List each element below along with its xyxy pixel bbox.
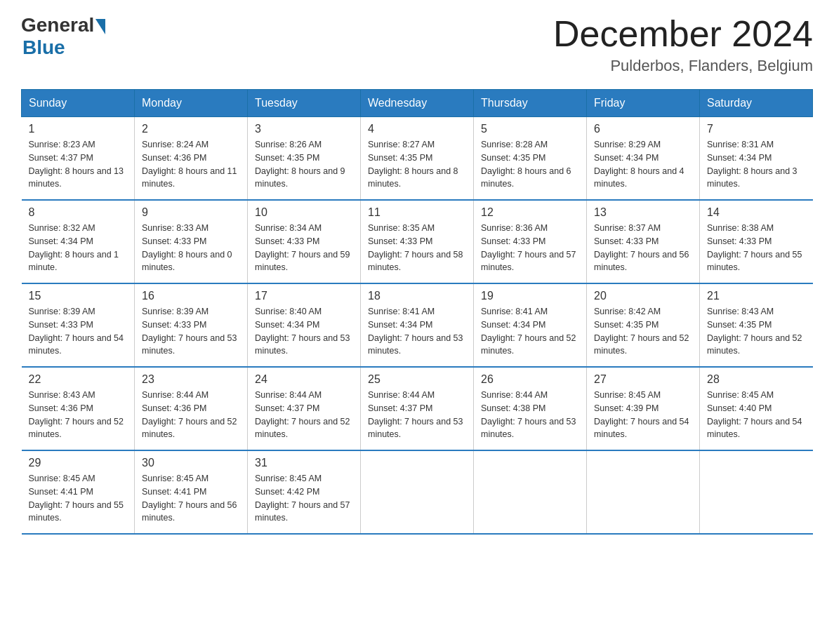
day-number: 4 xyxy=(368,123,466,135)
day-number: 27 xyxy=(594,373,692,386)
day-info: Sunrise: 8:24 AM Sunset: 4:36 PM Dayligh… xyxy=(142,138,240,191)
day-number: 6 xyxy=(594,123,692,135)
calendar-day-cell: 26 Sunrise: 8:44 AM Sunset: 4:38 PM Dayl… xyxy=(474,367,587,450)
day-number: 10 xyxy=(255,206,353,219)
calendar-day-cell: 15 Sunrise: 8:39 AM Sunset: 4:33 PM Dayl… xyxy=(22,283,135,367)
day-info: Sunrise: 8:41 AM Sunset: 4:34 PM Dayligh… xyxy=(368,305,466,358)
calendar-day-cell: 24 Sunrise: 8:44 AM Sunset: 4:37 PM Dayl… xyxy=(248,367,361,450)
day-info: Sunrise: 8:42 AM Sunset: 4:35 PM Dayligh… xyxy=(594,305,692,358)
day-number: 5 xyxy=(481,123,579,135)
day-info: Sunrise: 8:40 AM Sunset: 4:34 PM Dayligh… xyxy=(255,305,353,358)
day-info: Sunrise: 8:36 AM Sunset: 4:33 PM Dayligh… xyxy=(481,222,579,274)
calendar-week-row: 15 Sunrise: 8:39 AM Sunset: 4:33 PM Dayl… xyxy=(22,283,813,367)
day-info: Sunrise: 8:32 AM Sunset: 4:34 PM Dayligh… xyxy=(29,222,128,274)
day-info: Sunrise: 8:44 AM Sunset: 4:37 PM Dayligh… xyxy=(368,389,466,441)
calendar-day-cell: 25 Sunrise: 8:44 AM Sunset: 4:37 PM Dayl… xyxy=(361,367,474,450)
logo-blue-text: Blue xyxy=(22,36,65,59)
page-header: General Blue December 2024 Pulderbos, Fl… xyxy=(21,14,813,75)
day-number: 30 xyxy=(142,457,240,469)
day-number: 20 xyxy=(594,290,692,302)
day-info: Sunrise: 8:29 AM Sunset: 4:34 PM Dayligh… xyxy=(594,138,692,191)
calendar-day-cell: 20 Sunrise: 8:42 AM Sunset: 4:35 PM Dayl… xyxy=(587,283,700,367)
calendar-day-cell: 1 Sunrise: 8:23 AM Sunset: 4:37 PM Dayli… xyxy=(22,117,135,201)
calendar-day-cell xyxy=(700,450,813,534)
day-info: Sunrise: 8:38 AM Sunset: 4:33 PM Dayligh… xyxy=(707,222,806,274)
calendar-day-cell: 6 Sunrise: 8:29 AM Sunset: 4:34 PM Dayli… xyxy=(587,117,700,201)
day-info: Sunrise: 8:34 AM Sunset: 4:33 PM Dayligh… xyxy=(255,222,353,274)
calendar-day-cell: 27 Sunrise: 8:45 AM Sunset: 4:39 PM Dayl… xyxy=(587,367,700,450)
day-info: Sunrise: 8:45 AM Sunset: 4:42 PM Dayligh… xyxy=(255,472,353,525)
calendar-day-cell: 13 Sunrise: 8:37 AM Sunset: 4:33 PM Dayl… xyxy=(587,200,700,283)
day-number: 25 xyxy=(368,373,466,386)
calendar-day-cell xyxy=(361,450,474,534)
calendar-table: SundayMondayTuesdayWednesdayThursdayFrid… xyxy=(21,89,813,535)
calendar-day-cell: 16 Sunrise: 8:39 AM Sunset: 4:33 PM Dayl… xyxy=(135,283,248,367)
day-info: Sunrise: 8:45 AM Sunset: 4:40 PM Dayligh… xyxy=(707,389,806,441)
day-info: Sunrise: 8:33 AM Sunset: 4:33 PM Dayligh… xyxy=(142,222,240,274)
calendar-week-row: 1 Sunrise: 8:23 AM Sunset: 4:37 PM Dayli… xyxy=(22,117,813,201)
calendar-day-cell: 28 Sunrise: 8:45 AM Sunset: 4:40 PM Dayl… xyxy=(700,367,813,450)
calendar-day-cell: 11 Sunrise: 8:35 AM Sunset: 4:33 PM Dayl… xyxy=(361,200,474,283)
logo-arrow-icon xyxy=(95,19,105,34)
day-info: Sunrise: 8:26 AM Sunset: 4:35 PM Dayligh… xyxy=(255,138,353,191)
calendar-day-cell: 17 Sunrise: 8:40 AM Sunset: 4:34 PM Dayl… xyxy=(248,283,361,367)
day-number: 9 xyxy=(142,206,240,219)
day-info: Sunrise: 8:37 AM Sunset: 4:33 PM Dayligh… xyxy=(594,222,692,274)
day-info: Sunrise: 8:27 AM Sunset: 4:35 PM Dayligh… xyxy=(368,138,466,191)
calendar-day-cell xyxy=(587,450,700,534)
day-number: 11 xyxy=(368,206,466,219)
calendar-day-cell xyxy=(474,450,587,534)
day-number: 2 xyxy=(142,123,240,135)
logo-general-text: General xyxy=(21,14,94,36)
day-number: 21 xyxy=(707,290,806,302)
calendar-day-cell: 21 Sunrise: 8:43 AM Sunset: 4:35 PM Dayl… xyxy=(700,283,813,367)
day-of-week-header: Wednesday xyxy=(361,90,474,117)
calendar-day-cell: 30 Sunrise: 8:45 AM Sunset: 4:41 PM Dayl… xyxy=(135,450,248,534)
calendar-day-cell: 18 Sunrise: 8:41 AM Sunset: 4:34 PM Dayl… xyxy=(361,283,474,367)
day-number: 29 xyxy=(29,457,128,469)
day-info: Sunrise: 8:39 AM Sunset: 4:33 PM Dayligh… xyxy=(142,305,240,358)
day-number: 23 xyxy=(142,373,240,386)
calendar-week-row: 8 Sunrise: 8:32 AM Sunset: 4:34 PM Dayli… xyxy=(22,200,813,283)
calendar-day-cell: 31 Sunrise: 8:45 AM Sunset: 4:42 PM Dayl… xyxy=(248,450,361,534)
calendar-day-cell: 22 Sunrise: 8:43 AM Sunset: 4:36 PM Dayl… xyxy=(22,367,135,450)
calendar-day-cell: 10 Sunrise: 8:34 AM Sunset: 4:33 PM Dayl… xyxy=(248,200,361,283)
day-of-week-header: Sunday xyxy=(22,90,135,117)
day-number: 15 xyxy=(29,290,128,302)
day-number: 22 xyxy=(29,373,128,386)
day-of-week-header: Tuesday xyxy=(248,90,361,117)
day-info: Sunrise: 8:43 AM Sunset: 4:36 PM Dayligh… xyxy=(29,389,128,441)
day-of-week-header: Saturday xyxy=(700,90,813,117)
day-info: Sunrise: 8:45 AM Sunset: 4:41 PM Dayligh… xyxy=(29,472,128,525)
day-number: 1 xyxy=(29,123,128,135)
day-info: Sunrise: 8:23 AM Sunset: 4:37 PM Dayligh… xyxy=(29,138,128,191)
day-number: 8 xyxy=(29,206,128,219)
calendar-day-cell: 9 Sunrise: 8:33 AM Sunset: 4:33 PM Dayli… xyxy=(135,200,248,283)
day-info: Sunrise: 8:35 AM Sunset: 4:33 PM Dayligh… xyxy=(368,222,466,274)
calendar-day-cell: 8 Sunrise: 8:32 AM Sunset: 4:34 PM Dayli… xyxy=(22,200,135,283)
calendar-day-cell: 4 Sunrise: 8:27 AM Sunset: 4:35 PM Dayli… xyxy=(361,117,474,201)
calendar-day-cell: 2 Sunrise: 8:24 AM Sunset: 4:36 PM Dayli… xyxy=(135,117,248,201)
location-title: Pulderbos, Flanders, Belgium xyxy=(553,57,813,75)
day-number: 24 xyxy=(255,373,353,386)
logo: General Blue xyxy=(21,14,105,59)
day-info: Sunrise: 8:45 AM Sunset: 4:41 PM Dayligh… xyxy=(142,472,240,525)
day-number: 19 xyxy=(481,290,579,302)
calendar-day-cell: 12 Sunrise: 8:36 AM Sunset: 4:33 PM Dayl… xyxy=(474,200,587,283)
day-number: 16 xyxy=(142,290,240,302)
calendar-week-row: 29 Sunrise: 8:45 AM Sunset: 4:41 PM Dayl… xyxy=(22,450,813,534)
calendar-day-cell: 7 Sunrise: 8:31 AM Sunset: 4:34 PM Dayli… xyxy=(700,117,813,201)
calendar-day-cell: 5 Sunrise: 8:28 AM Sunset: 4:35 PM Dayli… xyxy=(474,117,587,201)
calendar-day-cell: 3 Sunrise: 8:26 AM Sunset: 4:35 PM Dayli… xyxy=(248,117,361,201)
day-number: 26 xyxy=(481,373,579,386)
title-section: December 2024 Pulderbos, Flanders, Belgi… xyxy=(553,14,813,75)
day-info: Sunrise: 8:39 AM Sunset: 4:33 PM Dayligh… xyxy=(29,305,128,358)
day-info: Sunrise: 8:41 AM Sunset: 4:34 PM Dayligh… xyxy=(481,305,579,358)
day-info: Sunrise: 8:28 AM Sunset: 4:35 PM Dayligh… xyxy=(481,138,579,191)
day-of-week-header: Monday xyxy=(135,90,248,117)
month-title: December 2024 xyxy=(553,14,813,54)
calendar-day-cell: 14 Sunrise: 8:38 AM Sunset: 4:33 PM Dayl… xyxy=(700,200,813,283)
day-number: 18 xyxy=(368,290,466,302)
calendar-week-row: 22 Sunrise: 8:43 AM Sunset: 4:36 PM Dayl… xyxy=(22,367,813,450)
day-number: 7 xyxy=(707,123,806,135)
